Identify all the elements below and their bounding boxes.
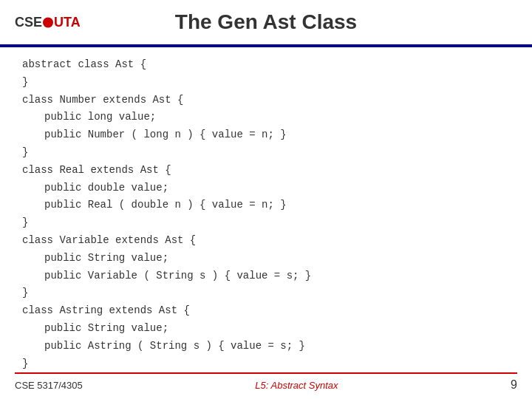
code-line: } [22,284,510,302]
code-line: class Astring extends Ast { [22,302,510,320]
code-content: abstract class Ast {}class Number extend… [0,47,532,381]
code-line: public Number ( long n ) { value = n; } [22,126,510,144]
logo-circle-icon [43,17,53,27]
footer-course: CSE 5317/4305 [15,380,83,391]
code-line: class Variable extends Ast { [22,232,510,250]
logo-uta: UTA [54,15,81,30]
code-line: public String value; [22,320,510,338]
code-line: public Real ( double n ) { value = n; } [22,197,510,214]
code-line: public String value; [22,250,510,267]
header: CSE UTA The Gen Ast Class [0,0,532,44]
code-line: public double value; [22,180,510,197]
code-line: } [22,214,510,232]
code-line: public Astring ( String s ) { value = s;… [22,338,510,355]
footer-lecture: L5: Abstract Syntax [255,380,338,391]
logo-cse: CSE [15,15,42,30]
code-line: public long value; [22,109,510,126]
code-line: } [22,74,510,92]
page-title: The Gen Ast Class [175,10,357,34]
code-line: public Variable ( String s ) { value = s… [22,267,510,285]
footer-page: 9 [511,378,517,392]
footer-divider [15,372,517,374]
code-line: } [22,355,510,373]
code-line: } [22,144,510,162]
footer: CSE 5317/4305 L5: Abstract Syntax 9 [0,378,532,392]
code-line: abstract class Ast { [22,56,510,74]
code-line: class Number extends Ast { [22,92,510,109]
logo: CSE UTA [15,15,81,30]
code-line: class Real extends Ast { [22,162,510,180]
